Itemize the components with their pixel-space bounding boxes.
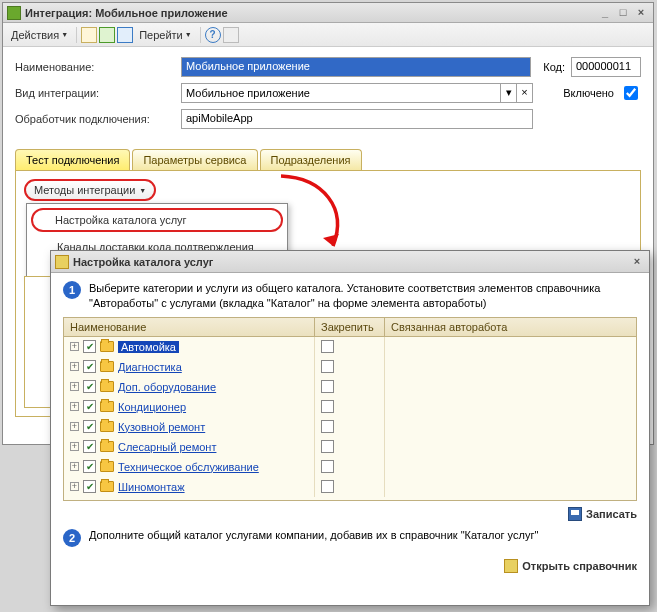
category-link[interactable]: Кондиционер	[118, 401, 186, 413]
step1-badge: 1	[63, 281, 81, 299]
col-pin[interactable]: Закрепить	[315, 318, 385, 336]
close-button[interactable]: ×	[633, 6, 649, 20]
folder-icon	[100, 381, 114, 392]
row-checkbox[interactable]	[83, 400, 96, 413]
enabled-checkbox[interactable]	[624, 86, 638, 100]
tabstrip: Тест подключения Параметры сервиса Подра…	[15, 149, 641, 171]
step2-badge: 2	[63, 529, 81, 547]
category-link[interactable]: Кузовной ремонт	[118, 421, 205, 433]
refresh-icon[interactable]	[99, 27, 115, 43]
pin-checkbox[interactable]	[321, 380, 334, 393]
folder-icon	[100, 461, 114, 472]
row-checkbox[interactable]	[83, 440, 96, 453]
pin-checkbox[interactable]	[321, 460, 334, 473]
table-row[interactable]: +Кондиционер	[64, 397, 636, 417]
code-input[interactable]: 000000011	[571, 57, 641, 77]
folder-icon	[100, 481, 114, 492]
col-name[interactable]: Наименование	[64, 318, 315, 336]
table-row[interactable]: +Кузовной ремонт	[64, 417, 636, 437]
window-title: Интеграция: Мобильное приложение	[25, 7, 595, 19]
expand-icon[interactable]: +	[70, 362, 79, 371]
enabled-label: Включено	[563, 87, 614, 99]
row-checkbox[interactable]	[83, 360, 96, 373]
table-row[interactable]: +Доп. оборудование	[64, 377, 636, 397]
category-link[interactable]: Автомойка	[118, 341, 179, 353]
minimize-button[interactable]: _	[597, 6, 613, 20]
table-row[interactable]: +Шиномонтаж	[64, 477, 636, 497]
pin-checkbox[interactable]	[321, 340, 334, 353]
actions-menu[interactable]: Действия▼	[7, 27, 72, 43]
row-checkbox[interactable]	[83, 480, 96, 493]
save-row: Записать	[51, 501, 649, 529]
tab-depts[interactable]: Подразделения	[260, 149, 362, 170]
maximize-button[interactable]: □	[615, 6, 631, 20]
open-row: Открыть справочник	[51, 553, 649, 581]
table-row[interactable]: +Диагностика	[64, 357, 636, 377]
row-checkbox[interactable]	[83, 380, 96, 393]
expand-icon[interactable]: +	[70, 342, 79, 351]
expand-icon[interactable]: +	[70, 482, 79, 491]
handler-input[interactable]: apiMobileApp	[181, 109, 533, 129]
tab-params[interactable]: Параметры сервиса	[132, 149, 257, 170]
step2-text: Дополните общий каталог услугами компани…	[89, 529, 538, 547]
dialog-titlebar: Настройка каталога услуг ×	[51, 251, 649, 273]
step1-text: Выберите категории и услуги из общего ка…	[89, 281, 637, 311]
step1-row: 1 Выберите категории и услуги из общего …	[51, 273, 649, 317]
pin-checkbox[interactable]	[321, 480, 334, 493]
step2-row: 2 Дополните общий каталог услугами компа…	[51, 529, 649, 553]
pin-checkbox[interactable]	[321, 400, 334, 413]
table-row[interactable]: +Слесарный ремонт	[64, 437, 636, 457]
open-catalog-button[interactable]: Открыть справочник	[504, 559, 637, 573]
dropdown-item-catalog[interactable]: Настройка каталога услуг	[31, 208, 283, 232]
table-row[interactable]: +Техническое обслуживание	[64, 457, 636, 477]
folder-icon	[100, 361, 114, 372]
type-combo[interactable]: Мобильное приложение ▾ ×	[181, 83, 533, 103]
open-icon	[504, 559, 518, 573]
type-label: Вид интеграции:	[15, 87, 175, 99]
goto-menu[interactable]: Перейти▼	[135, 27, 196, 43]
folder-icon	[100, 441, 114, 452]
form-area: Наименование: Мобильное приложение Код: …	[3, 47, 653, 143]
row-checkbox[interactable]	[83, 340, 96, 353]
category-link[interactable]: Слесарный ремонт	[118, 441, 216, 453]
row-checkbox[interactable]	[83, 420, 96, 433]
name-input[interactable]: Мобильное приложение	[181, 57, 531, 77]
pin-checkbox[interactable]	[321, 440, 334, 453]
name-label: Наименование:	[15, 61, 175, 73]
expand-icon[interactable]: +	[70, 442, 79, 451]
folder-icon	[100, 421, 114, 432]
expand-icon[interactable]: +	[70, 462, 79, 471]
settings-icon[interactable]	[223, 27, 239, 43]
combo-dropdown-icon[interactable]: ▾	[500, 84, 516, 102]
help-icon[interactable]: ?	[205, 27, 221, 43]
dialog-title: Настройка каталога услуг	[73, 256, 627, 268]
category-link[interactable]: Шиномонтаж	[118, 481, 185, 493]
pin-checkbox[interactable]	[321, 420, 334, 433]
expand-icon[interactable]: +	[70, 402, 79, 411]
grid-body[interactable]: +Автомойка+Диагностика+Доп. оборудование…	[63, 337, 637, 501]
expand-icon[interactable]: +	[70, 382, 79, 391]
combo-clear-icon[interactable]: ×	[516, 84, 532, 102]
category-link[interactable]: Доп. оборудование	[118, 381, 216, 393]
folder-icon	[100, 341, 114, 352]
tab-test[interactable]: Тест подключения	[15, 149, 130, 170]
col-linked[interactable]: Связанная авторабота	[385, 318, 636, 336]
add-icon[interactable]	[81, 27, 97, 43]
titlebar: Интеграция: Мобильное приложение _ □ ×	[3, 3, 653, 23]
save-icon	[568, 507, 582, 521]
grid-header: Наименование Закрепить Связанная автораб…	[63, 317, 637, 337]
pin-checkbox[interactable]	[321, 360, 334, 373]
table-row[interactable]: +Автомойка	[64, 337, 636, 357]
dialog-close-button[interactable]: ×	[629, 255, 645, 269]
category-link[interactable]: Диагностика	[118, 361, 182, 373]
folder-icon	[100, 401, 114, 412]
row-checkbox[interactable]	[83, 460, 96, 473]
toolbar: Действия▼ Перейти▼ ?	[3, 23, 653, 47]
expand-icon[interactable]: +	[70, 422, 79, 431]
category-link[interactable]: Техническое обслуживание	[118, 461, 259, 473]
dialog-icon	[55, 255, 69, 269]
save-button[interactable]: Записать	[568, 507, 637, 521]
copy-icon[interactable]	[117, 27, 133, 43]
methods-button[interactable]: Методы интеграции▼	[24, 179, 156, 201]
code-label: Код:	[543, 61, 565, 73]
